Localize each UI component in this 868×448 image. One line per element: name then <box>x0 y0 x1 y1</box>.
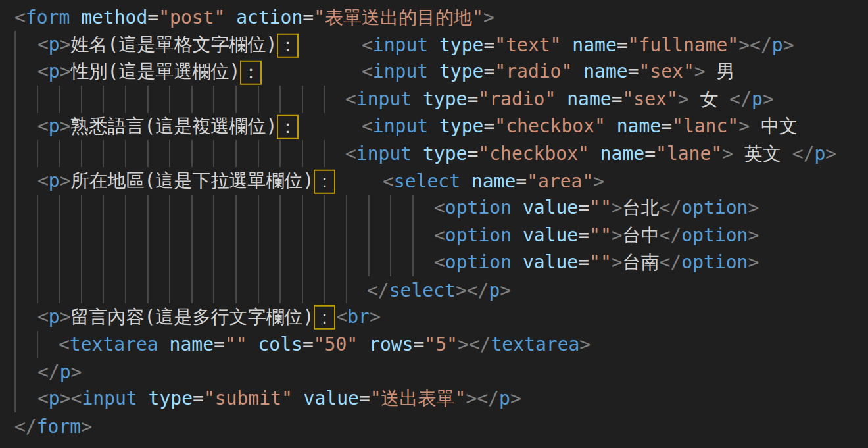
code-token-text <box>428 115 439 137</box>
code-segment: <option value="">台北</option> <box>434 195 759 220</box>
indent-guide <box>81 249 82 276</box>
code-token-punctuation: > <box>81 415 92 437</box>
indent-guide <box>147 249 149 276</box>
indent-guide <box>14 167 16 194</box>
indent-guide <box>125 195 126 222</box>
code-token-tag: option <box>445 197 512 218</box>
code-token-tag: input <box>373 61 428 82</box>
code-line[interactable]: <p>熟悉語言(這是複選欄位)：<input type="checkbox" n… <box>0 113 868 140</box>
code-token-tag: p <box>49 306 60 328</box>
code-token-punctuation: > <box>593 170 604 192</box>
code-line[interactable]: <option value="">台北</option> <box>0 195 868 222</box>
code-line[interactable]: <p><input type="submit" value="送出表單"></p… <box>0 385 868 412</box>
code-token-attribute: value <box>523 197 578 218</box>
code-token-operator: = <box>516 170 527 192</box>
code-token-attribute: name <box>170 334 214 355</box>
code-token-text: 中文 <box>750 115 798 137</box>
indent-guide <box>147 195 149 222</box>
indent-guide <box>279 86 281 112</box>
code-token-text <box>412 88 423 110</box>
indent-guide <box>81 140 82 167</box>
code-line[interactable]: </select></p> <box>0 276 868 303</box>
code-token-operator: = <box>617 34 628 56</box>
code-token-punctuation: > <box>722 143 733 164</box>
code-token-text: 英文 <box>733 143 792 164</box>
code-token-punctuation: > <box>694 61 706 82</box>
code-line[interactable]: <option value="">台南</option> <box>0 249 868 276</box>
indent-guide <box>235 86 237 112</box>
code-line[interactable]: <textarea name="" cols="50" rows="5"></t… <box>0 331 868 358</box>
code-token-string: "sex" <box>622 88 677 110</box>
code-token-tag: p <box>752 88 763 110</box>
code-token-text <box>572 61 583 82</box>
code-line[interactable]: <p>性別(這是單選欄位)：<input type="radio" name="… <box>0 59 868 86</box>
indent-guide <box>169 140 170 167</box>
code-token-punctuation: < <box>37 34 49 55</box>
indent-guide <box>14 222 16 249</box>
indent-guide <box>125 140 126 167</box>
code-line[interactable]: <p>所在地區(這是下拉選單欄位)：<select name="area"> <box>0 167 868 194</box>
code-line[interactable]: <form method="post" action="表單送出的目的地"> <box>0 4 868 31</box>
code-token-punctuation: < <box>345 88 356 110</box>
code-segment: <option value="">台南</option> <box>434 250 759 275</box>
code-token-tag: input <box>373 115 428 137</box>
indent-guide <box>368 249 370 276</box>
indent-guide <box>14 276 16 303</box>
code-token-string: "表單送出的目的地" <box>314 7 483 28</box>
code-line[interactable]: </p> <box>0 358 868 385</box>
code-token-punctuation: </ <box>729 88 752 110</box>
indent-guide <box>235 195 237 222</box>
code-token-tag: option <box>681 224 748 246</box>
unicode-highlight-box: ： <box>277 33 299 57</box>
code-token-punctuation: < <box>345 143 356 164</box>
code-token-punctuation: > <box>60 170 71 191</box>
indent-guide <box>346 222 347 249</box>
code-line[interactable]: <p>姓名(這是單格文字欄位)：<input type="text" name=… <box>0 31 868 58</box>
code-token-text <box>137 387 149 409</box>
indent-guide <box>302 249 303 276</box>
code-line[interactable]: <input type="checkbox" name="lane"> 英文 <… <box>0 140 868 167</box>
indent-guide <box>59 222 60 249</box>
indent-guide <box>59 86 60 112</box>
code-segment: <option value="">台中</option> <box>434 223 759 248</box>
code-editor[interactable]: <form method="post" action="表單送出的目的地"><p… <box>0 0 868 448</box>
code-line[interactable]: <option value="">台中</option> <box>0 222 868 249</box>
code-token-string: "送出表單" <box>370 387 466 409</box>
code-line[interactable]: <input type="radio" name="sex"> 女 </p> <box>0 86 868 112</box>
code-token-tag: p <box>49 387 60 409</box>
code-token-string: "sex" <box>639 61 694 82</box>
code-token-text: 姓名(這是單格文字欄位) <box>71 34 277 55</box>
indent-guide <box>324 276 325 303</box>
code-token-tag: p <box>772 34 783 56</box>
code-token-punctuation: > <box>483 7 494 28</box>
code-token-punctuation: > <box>825 143 836 164</box>
code-segment: <input type="checkbox" name="lanc"> 中文 <box>362 114 798 139</box>
indent-guide <box>125 276 126 303</box>
indent-guide <box>147 276 149 303</box>
indent-guide <box>346 276 347 303</box>
code-token-punctuation: < <box>362 115 373 137</box>
code-token-string: "5" <box>424 334 458 355</box>
code-token-attribute: type <box>149 387 193 409</box>
code-line[interactable]: <p>留言內容(這是多行文字欄位)：<br> <box>0 303 868 330</box>
code-token-string: "checkbox" <box>478 143 589 164</box>
code-token-text <box>412 143 423 164</box>
indent-guide <box>37 276 38 303</box>
indent-guide <box>169 276 170 303</box>
code-token-text: 女 <box>689 88 730 110</box>
indent-guide <box>324 222 325 249</box>
indent-guide <box>302 195 303 222</box>
indent-guide <box>14 331 16 358</box>
indent-guide <box>37 140 38 167</box>
code-line[interactable]: </form> <box>0 412 868 439</box>
indent-guide <box>235 276 237 303</box>
indent-guide <box>59 249 60 276</box>
indent-guide <box>324 249 325 276</box>
indent-guide <box>302 86 303 112</box>
indent-guide <box>346 195 347 222</box>
code-token-punctuation: > <box>612 197 623 218</box>
code-token-attribute: name <box>617 115 661 137</box>
indent-guide <box>14 249 16 276</box>
code-token-punctuation: < <box>59 334 70 355</box>
code-token-text <box>358 334 369 355</box>
